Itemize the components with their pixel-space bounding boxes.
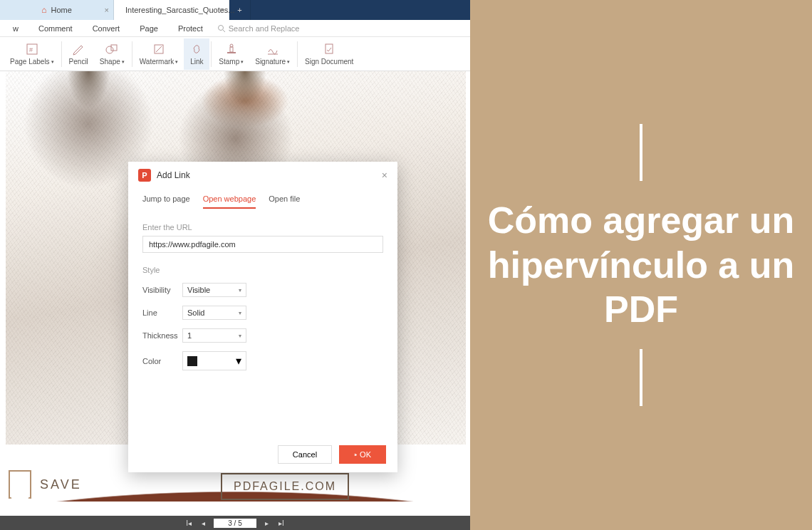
tab-jump-to-page[interactable]: Jump to page (142, 194, 190, 209)
link-button[interactable]: Link (184, 38, 209, 70)
thickness-label: Thickness (142, 331, 182, 340)
svg-rect-12 (326, 44, 333, 53)
cancel-button[interactable]: Cancel (278, 445, 332, 464)
banner-headline: Cómo agregar un hipervínculo a un PDF (487, 198, 795, 331)
stamp-button[interactable]: Stamp▾ (213, 38, 249, 70)
divider-line (640, 349, 642, 406)
separator (211, 41, 212, 67)
color-label: Color (142, 357, 182, 365)
search-icon (217, 24, 226, 33)
thickness-select[interactable]: 1▾ (182, 328, 246, 343)
chevron-down-icon: ▾ (236, 354, 241, 368)
line-label: Line (142, 308, 182, 317)
close-icon[interactable]: × (382, 170, 387, 181)
page-number-input[interactable] (214, 519, 256, 528)
sign-document-icon (322, 42, 336, 56)
menu-item-page[interactable]: Page (130, 24, 168, 33)
menu-item-protect[interactable]: Protect (168, 24, 213, 33)
app-icon: P (138, 169, 151, 182)
sign-document-button[interactable]: Sign Document (299, 38, 359, 70)
side-banner: Cómo agregar un hipervínculo a un PDF (470, 0, 812, 530)
divider-line (640, 124, 642, 181)
last-page-button[interactable]: ▸I (277, 519, 286, 527)
menu-item[interactable]: w (3, 24, 28, 33)
chevron-down-icon: ▾ (122, 59, 125, 65)
next-page-button[interactable]: ▸ (264, 519, 270, 527)
svg-text:#: # (29, 46, 33, 53)
bookmark-icon (9, 470, 31, 499)
color-select[interactable]: ▾ (182, 351, 246, 370)
pencil-icon (71, 42, 85, 56)
chevron-down-icon: ▾ (51, 59, 54, 65)
tab-document[interactable]: Interesting_Sarcastic_Quotes... × (114, 0, 229, 20)
pencil-button[interactable]: Pencil (63, 38, 94, 70)
chevron-down-icon: ▾ (239, 310, 241, 316)
save-label: SAVE (40, 477, 82, 492)
separator (297, 41, 298, 67)
color-swatch (187, 356, 197, 366)
close-icon[interactable]: × (105, 6, 109, 14)
page-navigator: I◂ ◂ ▸ ▸I (0, 516, 470, 530)
shape-button[interactable]: Shape▾ (94, 38, 130, 70)
dialog-footer: Cancel ›››OK (128, 437, 397, 472)
svg-rect-5 (111, 45, 117, 51)
visibility-select[interactable]: Visible▾ (182, 283, 246, 297)
menu-item-convert[interactable]: Convert (83, 24, 130, 33)
svg-point-10 (230, 44, 233, 47)
separator (61, 41, 62, 67)
url-input[interactable] (142, 236, 383, 253)
first-page-button[interactable]: I◂ (184, 519, 193, 527)
watermark-icon (152, 42, 166, 56)
watermark-button[interactable]: Watermark▾ (134, 38, 184, 70)
svg-line-7 (156, 46, 162, 52)
url-label: Enter the URL (142, 223, 383, 232)
link-icon (189, 42, 204, 56)
menu-item-comment[interactable]: Comment (28, 24, 83, 33)
ok-button[interactable]: ›››OK (339, 445, 386, 464)
dialog-header: P Add Link × (128, 162, 397, 189)
signature-icon (266, 42, 280, 56)
line-select[interactable]: Solid▾ (182, 306, 246, 320)
shape-icon (105, 42, 119, 56)
pdf-app-window: ⌂ Home × Interesting_Sarcastic_Quotes...… (0, 0, 470, 530)
prev-page-button[interactable]: ◂ (200, 519, 207, 527)
toolbar: # Page Labels▾ Pencil Shape▾ Watermark▾ … (0, 37, 470, 71)
search-input[interactable]: Search and Replace (217, 24, 300, 33)
search-placeholder: Search and Replace (229, 24, 300, 33)
menu-bar: w Comment Convert Page Protect Search an… (0, 20, 470, 37)
svg-point-4 (106, 46, 113, 53)
chevron-down-icon: ▾ (239, 333, 241, 339)
svg-point-0 (218, 25, 223, 30)
signature-button[interactable]: Signature▾ (249, 38, 296, 70)
tab-open-webpage[interactable]: Open webpage (203, 194, 256, 209)
page-labels-button[interactable]: # Page Labels▾ (4, 38, 60, 70)
svg-line-1 (223, 30, 225, 32)
tab-home-label: Home (51, 6, 71, 14)
chevron-down-icon: ▾ (287, 59, 290, 65)
chevron-down-icon: ▾ (175, 59, 178, 65)
separator (132, 41, 132, 67)
visibility-label: Visibility (142, 286, 182, 294)
style-label: Style (142, 266, 383, 274)
chevron-icon: ››› (354, 452, 355, 458)
add-link-dialog: P Add Link × Jump to page Open webpage O… (128, 162, 397, 472)
home-icon: ⌂ (41, 5, 46, 15)
tab-open-file[interactable]: Open file (269, 194, 300, 209)
stamp-icon (224, 42, 239, 56)
dialog-body: Enter the URL Style Visibility Visible▾ … (128, 209, 397, 437)
tab-home[interactable]: ⌂ Home × (0, 0, 114, 20)
chevron-down-icon: ▾ (239, 287, 241, 293)
tab-doc-label: Interesting_Sarcastic_Quotes... (125, 6, 234, 14)
svg-rect-9 (230, 47, 233, 52)
domain-badge: PDFAGILE.COM (221, 473, 349, 500)
dialog-tabs: Jump to page Open webpage Open file (128, 189, 397, 209)
dialog-title: Add Link (157, 170, 382, 180)
title-tab-bar: ⌂ Home × Interesting_Sarcastic_Quotes...… (0, 0, 470, 20)
page-labels-icon: # (25, 42, 39, 56)
close-icon[interactable]: × (220, 6, 224, 14)
chevron-down-icon: ▾ (241, 59, 244, 65)
